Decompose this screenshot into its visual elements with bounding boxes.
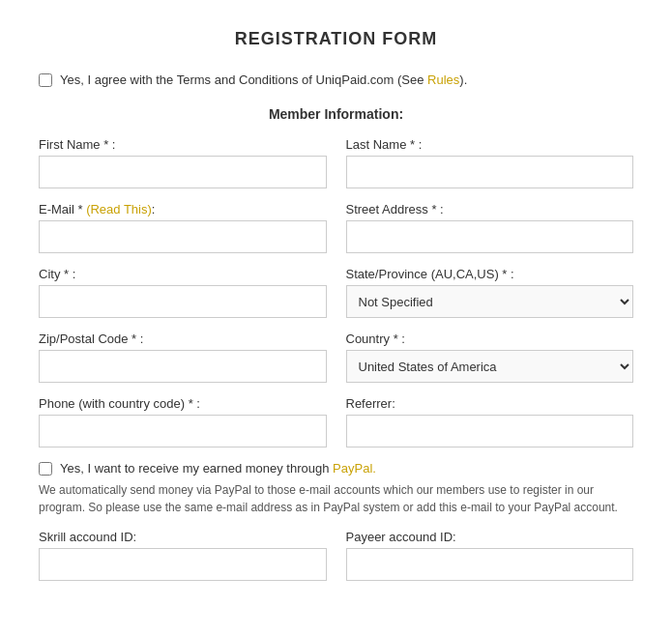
name-row: First Name * : Last Name * : (39, 137, 633, 188)
city-label: City * : (39, 267, 327, 281)
phone-label: Phone (with country code) * : (39, 396, 327, 411)
phone-input[interactable] (39, 415, 327, 447)
email-input[interactable] (39, 220, 327, 253)
zip-country-row: Zip/Postal Code * : Country * : United S… (39, 332, 633, 383)
state-group: State/Province (AU,CA,US) * : Not Specif… (346, 267, 634, 318)
zip-group: Zip/Postal Code * : (39, 332, 327, 383)
skrill-input[interactable] (39, 548, 327, 581)
referrer-input[interactable] (346, 415, 634, 447)
last-name-input[interactable] (346, 156, 634, 188)
referrer-group: Referrer: (346, 396, 634, 447)
paypal-row: Yes, I want to receive my earned money t… (39, 461, 633, 476)
last-name-label: Last Name * : (346, 137, 634, 152)
email-label: E-Mail * (Read This): (39, 202, 327, 216)
paypal-checkbox[interactable] (39, 462, 52, 476)
first-name-input[interactable] (39, 156, 327, 188)
terms-checkbox[interactable] (39, 73, 52, 87)
payeer-group: Payeer accound ID: (346, 530, 634, 581)
street-address-group: Street Address * : (346, 202, 634, 253)
city-group: City * : (39, 267, 327, 318)
city-input[interactable] (39, 285, 327, 318)
payeer-label: Payeer accound ID: (346, 530, 634, 544)
payeer-input[interactable] (346, 548, 634, 581)
skrill-label: Skrill accound ID: (39, 530, 327, 544)
page-title: REGISTRATION FORM (39, 29, 633, 49)
skrill-payeer-row: Skrill accound ID: Payeer accound ID: (39, 530, 633, 581)
first-name-label: First Name * : (39, 137, 327, 152)
first-name-group: First Name * : (39, 137, 327, 188)
paypal-link[interactable]: PayPal. (333, 461, 376, 476)
terms-label: Yes, I agree with the Terms and Conditio… (60, 72, 467, 87)
terms-row: Yes, I agree with the Terms and Conditio… (39, 72, 633, 87)
street-address-input[interactable] (346, 220, 634, 253)
email-group: E-Mail * (Read This): (39, 202, 327, 253)
country-group: Country * : United States of America Can… (346, 332, 634, 383)
last-name-group: Last Name * : (346, 137, 634, 188)
section-title: Member Information: (39, 106, 633, 122)
zip-label: Zip/Postal Code * : (39, 332, 327, 346)
read-this-link[interactable]: (Read This) (86, 202, 152, 216)
referrer-label: Referrer: (346, 396, 634, 411)
street-address-label: Street Address * : (346, 202, 634, 216)
country-label: Country * : (346, 332, 634, 346)
phone-group: Phone (with country code) * : (39, 396, 327, 447)
email-address-row: E-Mail * (Read This): Street Address * : (39, 202, 633, 253)
phone-referrer-row: Phone (with country code) * : Referrer: (39, 396, 633, 447)
zip-input[interactable] (39, 350, 327, 383)
country-select[interactable]: United States of America Canada Australi… (346, 350, 634, 383)
paypal-note: We automatically send money via PayPal t… (39, 481, 633, 516)
skrill-group: Skrill accound ID: (39, 530, 327, 581)
state-select[interactable]: Not Specified (346, 285, 634, 318)
rules-link[interactable]: Rules (427, 72, 459, 87)
state-label: State/Province (AU,CA,US) * : (346, 267, 634, 281)
paypal-label: Yes, I want to receive my earned money t… (60, 461, 376, 476)
city-state-row: City * : State/Province (AU,CA,US) * : N… (39, 267, 633, 318)
